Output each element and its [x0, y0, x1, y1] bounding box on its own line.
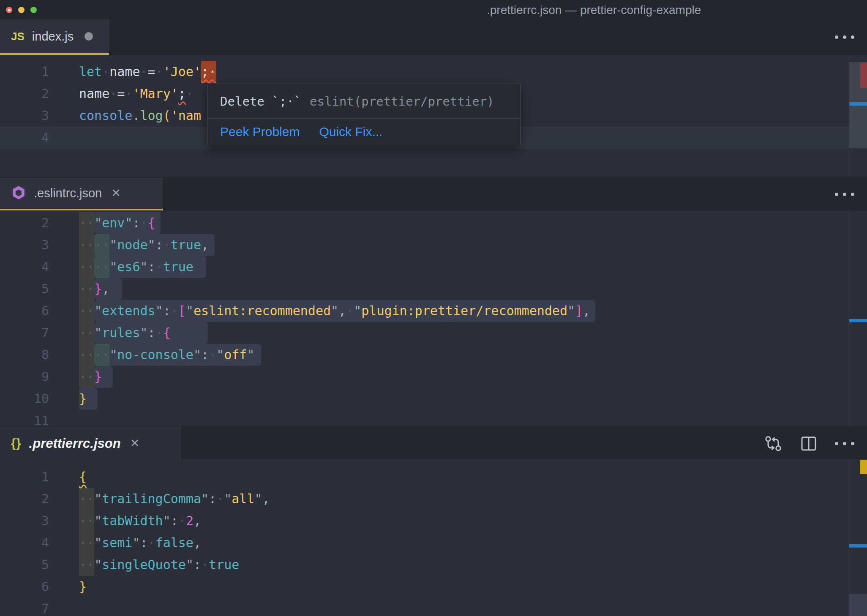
code-line[interactable]: 4····"es6":·true — [0, 256, 867, 278]
line-content[interactable]: name·=·'Mary';· — [79, 83, 194, 105]
line-content[interactable]: { — [79, 466, 87, 488]
line-number[interactable]: 3 — [0, 510, 49, 532]
code-line[interactable]: 4··"semi":·false, — [0, 532, 867, 554]
line-number[interactable]: 10 — [0, 388, 49, 410]
code-line[interactable]: 9··} — [0, 366, 867, 388]
line-number[interactable]: 2 — [0, 212, 49, 234]
code-editor-eslintrc[interactable]: 2··"env":·{3····"node":·true,4····"es6":… — [0, 210, 867, 426]
line-number[interactable]: 6 — [0, 576, 49, 598]
code-line[interactable]: 2··"trailingComma":·"all", — [0, 488, 867, 510]
token: " — [186, 300, 194, 322]
problem-hover-tooltip: Delete `;·` eslint(prettier/prettier) Pe… — [207, 84, 521, 145]
line-number[interactable]: 2 — [0, 488, 49, 510]
code-line[interactable]: 5··"singleQuote":·true — [0, 554, 867, 576]
line-number[interactable]: 8 — [0, 344, 49, 366]
more-actions-button[interactable] — [835, 442, 854, 445]
token: env — [102, 212, 125, 234]
line-content[interactable]: ····"es6":·true — [79, 256, 206, 278]
token: · — [109, 83, 117, 105]
tab-close-icon[interactable]: ✕ — [130, 438, 140, 449]
ruler-cursor-mark — [849, 102, 867, 106]
token: " — [109, 344, 117, 366]
selection-highlight: ··"es6":·true — [94, 256, 206, 278]
tab-close-icon[interactable]: ✕ — [111, 188, 121, 199]
line-number[interactable]: 5 — [0, 278, 49, 300]
open-changes-icon[interactable] — [764, 435, 782, 452]
line-content[interactable]: ··"env":·{ — [79, 212, 161, 234]
problem-actions-row: Peek Problem Quick Fix... — [207, 119, 520, 145]
line-number[interactable]: 5 — [0, 554, 49, 576]
token: ·· — [79, 256, 94, 278]
token: " — [94, 300, 102, 322]
line-content[interactable]: ··"semi":·false, — [79, 532, 201, 554]
line-number[interactable]: 1 — [0, 61, 49, 83]
code-line[interactable]: 11 — [0, 410, 867, 426]
traffic-light-zoom-button[interactable] — [30, 7, 37, 13]
code-line[interactable]: 1{ — [0, 466, 867, 488]
line-content[interactable]: ··}, — [79, 278, 122, 300]
line-number[interactable]: 6 — [0, 300, 49, 322]
line-number[interactable]: 11 — [0, 410, 49, 426]
line-number[interactable]: 9 — [0, 366, 49, 388]
line-number[interactable]: 1 — [0, 466, 49, 488]
code-line[interactable]: 10} — [0, 388, 867, 410]
line-content[interactable]: console.log('nam — [79, 105, 201, 127]
line-number[interactable]: 4 — [0, 127, 49, 149]
tab-eslintrc-json[interactable]: .eslintrc.json ✕ — [0, 178, 163, 210]
line-content[interactable]: } — [79, 576, 87, 598]
code-line[interactable]: 1let·name·=·'Joe';· — [0, 61, 867, 83]
token: rules — [102, 322, 140, 344]
token: ·· — [94, 256, 109, 278]
line-content[interactable]: ··"rules":·{ — [79, 322, 208, 344]
tab-label: .prettierrc.json — [29, 436, 121, 451]
line-number[interactable]: 4 — [0, 532, 49, 554]
token: singleQuote — [102, 554, 186, 576]
line-content[interactable]: ··} — [79, 366, 113, 388]
peek-problem-link[interactable]: Peek Problem — [220, 125, 300, 139]
scrollbar-thumb[interactable] — [849, 594, 867, 616]
problem-message: Delete `;·` — [220, 94, 301, 109]
traffic-light-minimize-button[interactable] — [18, 7, 25, 13]
tab-index-js[interactable]: JS index.js — [0, 19, 109, 55]
tab-label: .eslintrc.json — [34, 186, 102, 200]
more-actions-button[interactable] — [835, 178, 854, 210]
code-editor-prettierrc[interactable]: 1{2··"trailingComma":·"all",3··"tabWidth… — [0, 461, 867, 616]
line-content[interactable]: } — [79, 388, 98, 410]
code-line[interactable]: 7··"rules":·{ — [0, 322, 867, 344]
line-number[interactable]: 7 — [0, 322, 49, 344]
line-number[interactable]: 2 — [0, 83, 49, 105]
code-line[interactable]: 5··}, — [0, 278, 867, 300]
line-number[interactable]: 4 — [0, 256, 49, 278]
token: · — [178, 510, 186, 532]
quick-fix-link[interactable]: Quick Fix... — [319, 125, 382, 139]
line-number[interactable]: 7 — [0, 598, 49, 616]
line-content[interactable]: ····"node":·true, — [79, 234, 215, 256]
token: " — [109, 234, 117, 256]
token: · — [209, 344, 216, 366]
token: ·· — [79, 344, 94, 366]
code-line[interactable]: 8····"no-console":·"off" — [0, 344, 867, 366]
line-content[interactable]: ··"extends":·["eslint:recommended",·"plu… — [79, 300, 595, 322]
code-line[interactable]: 6} — [0, 576, 867, 598]
token: , — [194, 510, 201, 532]
more-actions-button[interactable] — [835, 19, 854, 55]
line-content[interactable]: ··"tabWidth":·2, — [79, 510, 201, 532]
line-content[interactable]: ····"no-console":·"off" — [79, 344, 261, 366]
token: " — [140, 256, 148, 278]
token: { — [79, 466, 87, 488]
token: true — [209, 554, 239, 576]
code-line[interactable]: 2··"env":·{ — [0, 212, 867, 234]
code-line[interactable]: 7 — [0, 598, 867, 616]
line-number[interactable]: 3 — [0, 234, 49, 256]
line-number[interactable]: 3 — [0, 105, 49, 127]
split-editor-icon[interactable] — [800, 436, 817, 452]
token: let — [79, 61, 102, 83]
line-content[interactable]: let·name·=·'Joe';· — [79, 61, 216, 83]
tab-prettierrc-json[interactable]: {} .prettierrc.json ✕ — [0, 426, 181, 461]
code-line[interactable]: 3··"tabWidth":·2, — [0, 510, 867, 532]
line-content[interactable]: ··"singleQuote":·true — [79, 554, 239, 576]
code-line[interactable]: 6··"extends":·["eslint:recommended",·"pl… — [0, 300, 867, 322]
line-content[interactable]: ··"trailingComma":·"all", — [79, 488, 270, 510]
code-line[interactable]: 3····"node":·true, — [0, 234, 867, 256]
traffic-light-close-button[interactable] — [6, 7, 12, 13]
